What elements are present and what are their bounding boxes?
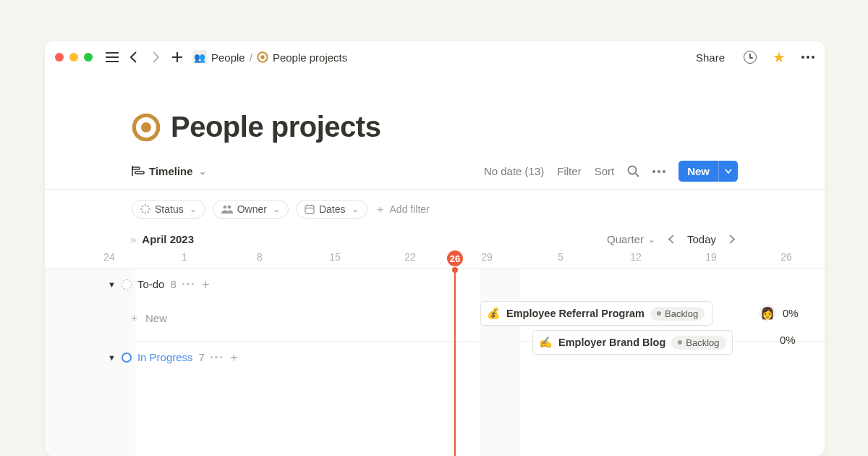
add-filter-label: Add filter	[390, 203, 430, 215]
status-icon-in-progress	[122, 352, 132, 363]
card-emoji: 💰	[487, 307, 501, 320]
chevron-down-icon: ⌄	[648, 235, 655, 245]
close-window-button[interactable]	[55, 53, 64, 62]
timeline-scale-dropdown[interactable]: Quarter ⌄	[607, 233, 655, 245]
timeline-today-button[interactable]: Today	[687, 233, 716, 245]
minimize-window-button[interactable]	[69, 53, 78, 62]
timeline-next-button[interactable]	[726, 235, 738, 244]
card-trail-brand: 0%	[780, 334, 796, 346]
progress-value: 0%	[780, 334, 796, 346]
group-more-menu[interactable]	[210, 356, 223, 359]
page-header: People projects	[45, 73, 825, 143]
calendar-icon	[305, 204, 315, 214]
people-icon	[221, 205, 233, 214]
nav-forward-button[interactable]	[148, 49, 163, 65]
updates-icon[interactable]	[744, 51, 757, 64]
timeline-header: » April 2023 Quarter ⌄ Today	[45, 229, 825, 250]
timeline-card-referral[interactable]: 💰 Employee Referral Program Backlog	[480, 301, 712, 326]
progress-value: 0%	[783, 307, 799, 319]
owner-avatar[interactable]: 👩	[760, 305, 775, 321]
nav-back-button[interactable]	[126, 49, 142, 65]
timeline-body: ▼ To-do 8 ＋ 💰 Employee Referral Program …	[45, 269, 825, 456]
pill-label: Backlog	[665, 308, 698, 319]
collapse-toggle[interactable]: ▼	[108, 280, 116, 289]
status-pill: Backlog	[650, 307, 705, 321]
timeline-card-brand[interactable]: ✍️ Employer Brand Blog Backlog	[532, 330, 733, 355]
chevron-down-icon: ⌄	[273, 204, 280, 214]
group-header-todo: ▼ To-do 8 ＋	[45, 269, 825, 298]
group-more-menu[interactable]	[182, 283, 195, 286]
maximize-window-button[interactable]	[84, 53, 93, 62]
view-switcher[interactable]: Timeline ⌄	[132, 165, 206, 177]
date-tick: 8	[257, 251, 263, 263]
current-day-marker: 26	[447, 250, 463, 266]
svg-line-13	[142, 206, 143, 207]
svg-line-14	[148, 211, 149, 213]
group-label: To-do	[137, 278, 165, 290]
group-add-button[interactable]: ＋	[200, 276, 212, 292]
status-icon-todo	[122, 279, 132, 290]
svg-point-17	[223, 206, 226, 209]
date-tick: 12	[630, 251, 642, 263]
view-more-menu[interactable]	[652, 170, 665, 173]
view-name: Timeline	[149, 165, 193, 177]
plus-icon: ＋	[129, 311, 140, 325]
chevron-down-icon: ⌄	[190, 204, 197, 214]
menu-icon[interactable]	[104, 49, 120, 65]
target-icon	[257, 51, 268, 63]
filter-button[interactable]: Filter	[557, 165, 581, 177]
filter-chip-status[interactable]: Status ⌄	[132, 200, 205, 219]
filter-chip-dates[interactable]: Dates ⌄	[296, 200, 367, 219]
svg-line-8	[636, 174, 639, 177]
plus-icon: ＋	[375, 203, 386, 216]
date-tick: 15	[329, 251, 341, 263]
filter-chip-owner[interactable]: Owner ⌄	[213, 200, 289, 219]
group-count: 8	[170, 278, 176, 290]
status-pill: Backlog	[671, 336, 726, 350]
sort-button[interactable]: Sort	[595, 165, 615, 177]
new-tab-button[interactable]	[169, 49, 185, 65]
date-tick: 5	[558, 251, 563, 263]
status-icon	[140, 204, 150, 214]
timeline-prev-button[interactable]	[665, 235, 677, 244]
chip-label: Owner	[237, 203, 267, 215]
card-emoji: ✍️	[539, 336, 553, 349]
svg-point-18	[227, 206, 231, 209]
svg-rect-19	[305, 206, 314, 214]
group-count: 7	[199, 351, 205, 363]
chevron-down-icon: ⌄	[352, 204, 359, 214]
group-add-button[interactable]: ＋	[228, 349, 240, 366]
favorite-star-icon[interactable]: ★	[773, 48, 786, 66]
share-button[interactable]: Share	[696, 51, 725, 64]
breadcrumb-current[interactable]: People projects	[273, 51, 347, 64]
pill-label: Backlog	[686, 337, 719, 348]
svg-point-3	[141, 122, 151, 132]
page-more-menu[interactable]	[801, 56, 814, 59]
new-button-dropdown[interactable]	[718, 161, 738, 182]
chevron-down-icon: ⌄	[199, 166, 206, 177]
new-button[interactable]: New	[678, 161, 718, 182]
date-tick: 26	[780, 251, 792, 263]
chip-label: Dates	[319, 203, 346, 215]
collapse-toggle[interactable]: ▼	[108, 353, 116, 362]
date-tick: 1	[182, 251, 187, 263]
expand-groups-icon[interactable]: »	[130, 233, 136, 245]
date-tick: 24	[103, 251, 115, 263]
search-icon[interactable]	[627, 165, 639, 177]
card-trail-referral: 👩 0%	[760, 305, 799, 321]
breadcrumb: 👥 People / People projects	[192, 50, 347, 64]
new-row-label: New	[145, 312, 167, 324]
timeline-icon	[132, 166, 145, 177]
svg-point-1	[260, 55, 264, 59]
card-title: Employee Referral Program	[506, 308, 644, 319]
target-icon	[132, 113, 161, 142]
group-label: In Progress	[137, 351, 193, 363]
date-tick: 22	[404, 251, 416, 263]
add-filter-button[interactable]: ＋ Add filter	[375, 203, 430, 216]
window-controls	[55, 53, 93, 62]
card-title: Employer Brand Blog	[558, 337, 665, 348]
timeline-date-scale: 24 1 8 15 22 26 29 5 12 19 26	[45, 250, 825, 269]
breadcrumb-parent[interactable]: People	[211, 51, 245, 64]
no-date-button[interactable]: No date (13)	[484, 165, 544, 177]
svg-rect-4	[132, 167, 140, 169]
